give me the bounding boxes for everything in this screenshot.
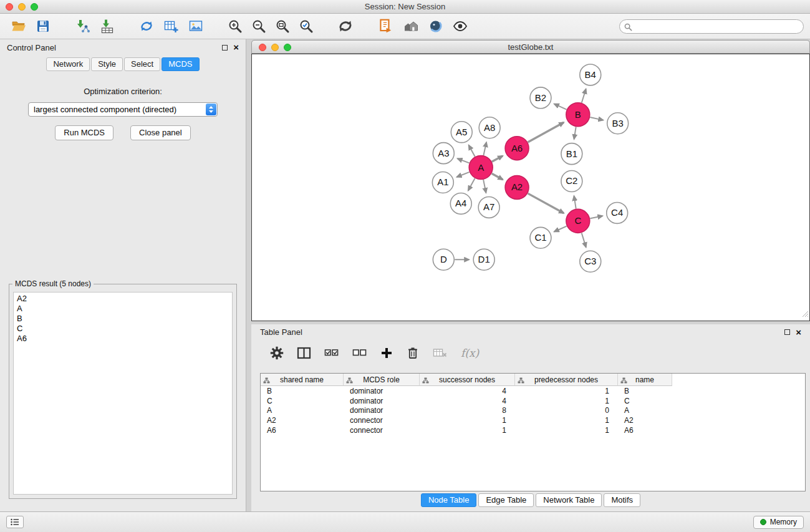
table-row[interactable]: Bdominator41B: [261, 386, 805, 396]
mcds-result-list[interactable]: A2ABCA6: [13, 292, 233, 495]
edge-C-C3[interactable]: [582, 233, 586, 247]
network-canvas[interactable]: B4B2BB3A5A8A6B1A3AC2A1A2A4A7C4CC1C3DD1: [251, 54, 810, 321]
select-all-columns-icon[interactable]: [324, 347, 339, 359]
graph-node-A5[interactable]: A5: [451, 122, 472, 143]
home-icon[interactable]: [402, 19, 420, 34]
tab-edge-table[interactable]: Edge Table: [478, 493, 534, 507]
graph-node-A6[interactable]: A6: [505, 137, 529, 160]
graph-node-B2[interactable]: B2: [530, 87, 551, 109]
new-table-icon[interactable]: [163, 19, 179, 34]
close-panel-button[interactable]: Close panel: [130, 125, 191, 140]
graph-node-C4[interactable]: C4: [607, 202, 628, 223]
run-mcds-button[interactable]: Run MCDS: [55, 125, 113, 140]
edge-B-B2[interactable]: [554, 104, 567, 110]
graph-node-C3[interactable]: C3: [580, 251, 601, 272]
tab-network-table[interactable]: Network Table: [536, 493, 602, 507]
column-header-predecessor-nodes[interactable]: predecessor nodes: [515, 374, 618, 386]
tab-node-table[interactable]: Node Table: [421, 493, 477, 507]
network-window-titlebar[interactable]: testGlobe.txt: [251, 40, 810, 54]
edge-A-A4[interactable]: [468, 178, 475, 190]
edge-A-A1[interactable]: [457, 172, 470, 177]
column-header-MCDS-role[interactable]: MCDS role: [344, 374, 420, 386]
delete-column-icon[interactable]: [406, 346, 420, 360]
column-header-name[interactable]: name: [618, 374, 672, 386]
tab-select[interactable]: Select: [124, 57, 160, 71]
table-float-panel-icon[interactable]: [784, 329, 790, 335]
graph-node-A2[interactable]: A2: [505, 176, 529, 200]
graph-node-A1[interactable]: A1: [432, 172, 453, 193]
table-settings-gear-icon[interactable]: [270, 346, 284, 360]
table-row[interactable]: A2connector11A2: [261, 415, 805, 425]
edge-A-A6[interactable]: [492, 156, 503, 162]
graph-node-C2[interactable]: C2: [561, 171, 582, 192]
zoom-out-icon[interactable]: [251, 19, 266, 34]
graph-node-C1[interactable]: C1: [530, 227, 551, 248]
zoom-in-icon[interactable]: [228, 19, 243, 34]
unselect-all-columns-icon[interactable]: [352, 347, 367, 359]
graph-node-B[interactable]: B: [566, 103, 590, 127]
open-recent-icon[interactable]: [377, 18, 393, 34]
close-window-button[interactable]: [6, 3, 13, 11]
column-header-shared-name[interactable]: shared name: [261, 374, 344, 386]
close-panel-icon[interactable]: ×: [233, 44, 239, 51]
tab-style[interactable]: Style: [91, 57, 123, 71]
refresh-icon[interactable]: [337, 18, 354, 34]
tab-motifs[interactable]: Motifs: [604, 493, 640, 507]
result-item[interactable]: B: [17, 314, 229, 324]
criterion-dropdown[interactable]: largest connected component (directed): [28, 102, 218, 117]
network-graph[interactable]: B4B2BB3A5A8A6B1A3AC2A1A2A4A7C4CC1C3DD1: [252, 54, 809, 321]
tab-mcds[interactable]: MCDS: [162, 57, 199, 71]
result-item[interactable]: C: [17, 324, 229, 334]
edge-C-C4[interactable]: [590, 216, 602, 218]
edge-B-B4[interactable]: [582, 89, 586, 103]
save-session-icon[interactable]: [36, 19, 51, 34]
tab-network[interactable]: Network: [46, 57, 90, 71]
result-item[interactable]: A: [17, 304, 229, 314]
graph-node-B3[interactable]: B3: [607, 113, 629, 134]
graph-node-A4[interactable]: A4: [450, 193, 471, 214]
edge-A2-C[interactable]: [528, 193, 564, 213]
memory-button[interactable]: Memory: [753, 516, 804, 529]
edge-A-A8[interactable]: [483, 142, 486, 155]
table-row[interactable]: Cdominator41C: [261, 396, 805, 406]
resize-grip-icon[interactable]: [802, 309, 809, 320]
table-row[interactable]: A6connector11A6: [261, 425, 805, 435]
graph-node-D1[interactable]: D1: [473, 249, 494, 270]
import-network-icon[interactable]: [74, 19, 90, 34]
edge-A-A5[interactable]: [469, 145, 475, 157]
graph-node-A[interactable]: A: [469, 156, 493, 180]
edge-B-B3[interactable]: [590, 117, 603, 120]
export-image-icon[interactable]: [188, 19, 204, 34]
edge-C-C1[interactable]: [554, 226, 567, 232]
edge-B-B1[interactable]: [574, 127, 576, 138]
edge-A6-B[interactable]: [528, 122, 564, 142]
network-minimize-button[interactable]: [271, 44, 279, 51]
new-network-icon[interactable]: [139, 19, 154, 34]
column-header-successor-nodes[interactable]: successor nodes: [420, 374, 515, 386]
minimize-window-button[interactable]: [18, 3, 26, 11]
style-icon[interactable]: [428, 19, 443, 34]
result-item[interactable]: A2: [17, 294, 229, 304]
network-zoom-button[interactable]: [284, 44, 291, 51]
search-input[interactable]: [619, 19, 804, 34]
task-history-button[interactable]: [6, 516, 24, 528]
open-session-icon[interactable]: [11, 19, 27, 34]
edge-C-C2[interactable]: [574, 196, 576, 208]
edge-A-A2[interactable]: [492, 173, 503, 180]
zoom-selected-icon[interactable]: [299, 19, 314, 34]
edge-A-A3[interactable]: [458, 158, 470, 163]
graph-node-A3[interactable]: A3: [433, 143, 454, 164]
table-row[interactable]: Adominator80A: [261, 406, 805, 416]
edge-A-A7[interactable]: [483, 180, 486, 193]
create-column-icon[interactable]: [380, 347, 393, 359]
eye-icon[interactable]: [452, 19, 468, 33]
result-item[interactable]: A6: [17, 334, 229, 344]
show-columns-icon[interactable]: [297, 346, 311, 360]
graph-node-C[interactable]: C: [566, 209, 590, 233]
zoom-window-button[interactable]: [31, 3, 38, 11]
zoom-fit-icon[interactable]: [275, 19, 290, 34]
graph-node-A8[interactable]: A8: [479, 117, 500, 138]
import-table-icon[interactable]: [99, 19, 115, 34]
network-close-button[interactable]: [259, 44, 266, 51]
graph-node-D[interactable]: D: [433, 249, 454, 270]
